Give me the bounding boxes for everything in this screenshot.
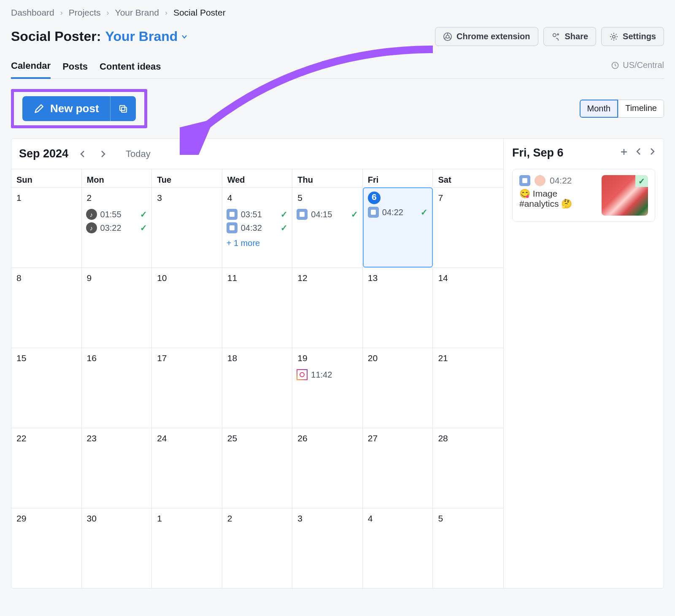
post-thumbnail: ✓ (602, 175, 648, 216)
calendar-cell[interactable]: 1 (152, 508, 222, 588)
chrome-extension-button[interactable]: Chrome extension (435, 27, 538, 46)
calendar-cell[interactable]: 604:22✓ (363, 187, 433, 267)
calendar-month-title: Sep 2024 (19, 147, 68, 160)
timezone-indicator[interactable]: US/Central (611, 60, 664, 74)
new-post-split-button[interactable] (110, 96, 136, 121)
breadcrumb-item[interactable]: Dashboard (11, 8, 54, 18)
calendar-event[interactable]: 04:32✓ (227, 222, 288, 233)
breadcrumb: Dashboard › Projects › Your Brand › Soci… (11, 0, 664, 21)
svg-rect-9 (300, 212, 305, 217)
svg-rect-8 (230, 225, 235, 230)
calendar-cell[interactable]: 2♪01:55✓♪03:22✓ (82, 187, 152, 267)
calendar-event[interactable]: 04:15✓ (297, 209, 358, 220)
calendar-cell[interactable]: 13 (363, 267, 433, 348)
calendar-event[interactable]: ♪01:55✓ (86, 209, 148, 220)
svg-rect-5 (122, 107, 127, 112)
calendar-cell[interactable]: 1 (11, 187, 82, 267)
check-icon: ✓ (140, 223, 147, 233)
check-icon: ✓ (140, 209, 147, 219)
settings-button[interactable]: Settings (601, 27, 664, 46)
prev-month-button[interactable] (77, 148, 89, 160)
svg-rect-7 (230, 212, 235, 217)
calendar-cell[interactable]: 14 (433, 267, 503, 348)
calendar-cell[interactable]: 18 (222, 348, 293, 428)
tab-calendar[interactable]: Calendar (11, 56, 51, 79)
copy-icon (118, 104, 128, 114)
calendar-cell[interactable]: 11 (222, 267, 293, 348)
calendar-cell[interactable]: 504:15✓ (292, 187, 363, 267)
breadcrumb-item[interactable]: Your Brand (115, 8, 159, 18)
calendar-cell[interactable]: 9 (82, 267, 152, 348)
calendar-cell[interactable]: 8 (11, 267, 82, 348)
day-number: 8 (16, 271, 77, 286)
day-number: 2 (227, 512, 288, 527)
pinterest-icon (535, 175, 545, 186)
check-icon: ✓ (421, 207, 428, 217)
svg-point-2 (553, 33, 556, 36)
brand-dropdown[interactable]: Your Brand (105, 29, 188, 44)
calendar-event[interactable]: ♪03:22✓ (86, 222, 148, 233)
day-number: 22 (16, 432, 77, 447)
day-number: 15 (16, 351, 77, 367)
post-text: 😋 Image #analytics 🤔 (519, 189, 596, 209)
event-time: 04:15 (311, 210, 332, 219)
calendar-cell[interactable]: 25 (222, 428, 293, 508)
sidebar-prev-day-button[interactable] (636, 148, 642, 158)
add-post-button[interactable] (620, 148, 628, 158)
calendar-cell[interactable]: 5 (433, 508, 503, 588)
calendar-cell[interactable]: 30 (82, 508, 152, 588)
share-button[interactable]: Share (543, 27, 597, 46)
calendar-cell[interactable]: 17 (152, 348, 222, 428)
calendar-cell[interactable]: 24 (152, 428, 222, 508)
gear-icon (609, 32, 618, 41)
calendar-event[interactable]: 11:42 (297, 369, 358, 380)
calendar-cell[interactable]: 16 (82, 348, 152, 428)
calendar-event[interactable]: 03:51✓ (227, 209, 288, 220)
post-card[interactable]: 04:22 😋 Image #analytics 🤔 ✓ (512, 169, 655, 222)
post-time: 04:22 (550, 176, 572, 186)
tiktok-icon: ♪ (86, 209, 97, 220)
calendar-cell[interactable]: 1911:42 (292, 348, 363, 428)
day-number: 24 (156, 432, 218, 447)
view-month-button[interactable]: Month (580, 100, 618, 118)
calendar-cell[interactable]: 3 (292, 508, 363, 588)
calendar-cell[interactable]: 403:51✓04:32✓+ 1 more (222, 187, 293, 267)
tab-posts[interactable]: Posts (62, 57, 88, 78)
calendar-grid: 12♪01:55✓♪03:22✓3403:51✓04:32✓+ 1 more50… (11, 187, 503, 588)
calendar-cell[interactable]: 10 (152, 267, 222, 348)
day-number: 21 (437, 351, 499, 367)
tab-content-ideas[interactable]: Content ideas (100, 57, 161, 78)
calendar-cell[interactable]: 21 (433, 348, 503, 428)
check-icon: ✓ (281, 223, 288, 233)
check-icon: ✓ (281, 209, 288, 219)
calendar-cell[interactable]: 2 (222, 508, 293, 588)
day-number: 3 (156, 191, 218, 206)
calendar-cell[interactable]: 28 (433, 428, 503, 508)
calendar-cell[interactable]: 4 (363, 508, 433, 588)
dow-header: Tue (152, 169, 222, 187)
today-button[interactable]: Today (126, 149, 151, 159)
view-timeline-button[interactable]: Timeline (618, 100, 664, 118)
calendar-cell[interactable]: 3 (152, 187, 222, 267)
calendar-cell[interactable]: 20 (363, 348, 433, 428)
calendar-cell[interactable]: 29 (11, 508, 82, 588)
dow-header: Mon (82, 169, 152, 187)
more-events-link[interactable]: + 1 more (227, 236, 288, 248)
calendar-cell[interactable]: 7 (433, 187, 503, 267)
sidebar-next-day-button[interactable] (649, 148, 655, 158)
calendar-cell[interactable]: 26 (292, 428, 363, 508)
day-number: 16 (86, 351, 148, 367)
calendar: Sep 2024 Today Sun Mon Tue Wed Thu Fri S… (11, 139, 503, 588)
svg-point-1 (446, 35, 449, 38)
gmb-icon (227, 222, 238, 233)
calendar-event[interactable]: 04:22✓ (368, 207, 428, 218)
new-post-button[interactable]: New post (22, 96, 136, 121)
svg-point-3 (613, 35, 615, 38)
breadcrumb-item[interactable]: Projects (69, 8, 101, 18)
calendar-cell[interactable]: 27 (363, 428, 433, 508)
calendar-cell[interactable]: 15 (11, 348, 82, 428)
calendar-cell[interactable]: 12 (292, 267, 363, 348)
calendar-cell[interactable]: 23 (82, 428, 152, 508)
next-month-button[interactable] (97, 148, 109, 160)
calendar-cell[interactable]: 22 (11, 428, 82, 508)
